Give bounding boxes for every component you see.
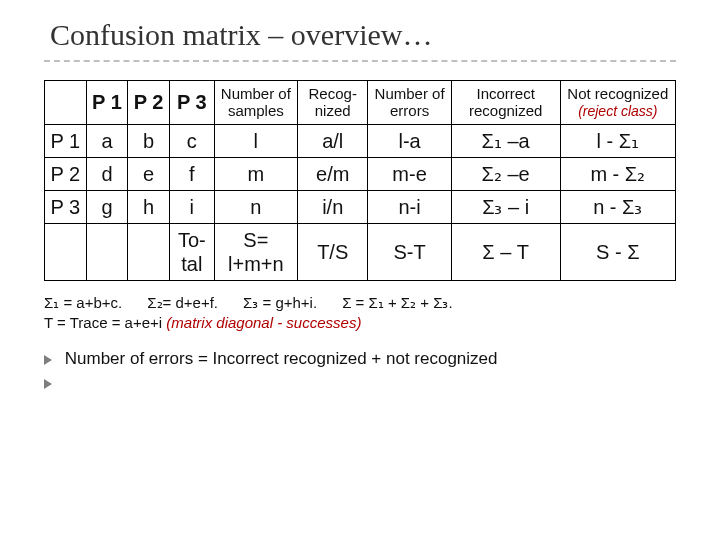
header-incorrect: Incorrect recognized <box>451 81 560 125</box>
bullet-icon <box>44 379 52 389</box>
sigma1-def: Σ₁ = a+b+c. <box>44 294 122 311</box>
cell: e/m <box>297 157 367 190</box>
header-p2: P 2 <box>128 81 170 125</box>
blank <box>128 223 170 280</box>
cell: l <box>214 124 297 157</box>
cell: m - Σ₂ <box>560 157 675 190</box>
cell: f <box>169 157 214 190</box>
cell: i <box>169 190 214 223</box>
blank <box>45 223 87 280</box>
title-divider <box>44 60 676 62</box>
table-row: P 1 a b c l a/l l-a Σ₁ –a l - Σ₁ <box>45 124 676 157</box>
cell: e <box>128 157 170 190</box>
cell: b <box>128 124 170 157</box>
cell: Σ₃ – i <box>451 190 560 223</box>
header-not-recognized-label: Not recognized <box>567 85 668 102</box>
total-label: To-tal <box>169 223 214 280</box>
header-reject-class: (reject class) <box>578 103 657 119</box>
header-num-samples: Number of samples <box>214 81 297 125</box>
total-not-recognized: S - Σ <box>560 223 675 280</box>
cell: m <box>214 157 297 190</box>
total-s-value: l+m+n <box>228 253 284 275</box>
slide-content: Confusion matrix – overview… P 1 P 2 P 3… <box>0 0 720 403</box>
sigma3-def: Σ₃ = g+h+i. <box>243 294 317 311</box>
trace-def: T = Trace = a+e+i <box>44 314 162 331</box>
cell: n-i <box>368 190 451 223</box>
header-num-errors: Number of errors <box>368 81 451 125</box>
sigma-notes: Σ₁ = a+b+c. Σ₂= d+e+f. Σ₃ = g+h+i. Σ = Σ… <box>44 293 676 334</box>
cell: l - Σ₁ <box>560 124 675 157</box>
sigma-sum: Σ = Σ₁ + Σ₂ + Σ₃. <box>342 294 453 311</box>
cell: n <box>214 190 297 223</box>
trace-note: (matrix diagonal - successes) <box>166 314 361 331</box>
blank <box>86 223 128 280</box>
table-total-row: To-tal S= l+m+n T/S S-T Σ – T S - Σ <box>45 223 676 280</box>
cell: a <box>86 124 128 157</box>
cell: m-e <box>368 157 451 190</box>
bullet-text: Number of errors = Incorrect recognized … <box>65 349 498 368</box>
cell: c <box>169 124 214 157</box>
cell: Σ₁ –a <box>451 124 560 157</box>
cell: l-a <box>368 124 451 157</box>
header-p1: P 1 <box>86 81 128 125</box>
header-not-recognized: Not recognized (reject class) <box>560 81 675 125</box>
table-row: P 2 d e f m e/m m-e Σ₂ –e m - Σ₂ <box>45 157 676 190</box>
header-recognized: Recog-nized <box>297 81 367 125</box>
total-s-equals: S= <box>243 229 268 251</box>
header-p3: P 3 <box>169 81 214 125</box>
slide-title: Confusion matrix – overview… <box>50 18 676 52</box>
table-row: P 3 g h i n i/n n-i Σ₃ – i n - Σ₃ <box>45 190 676 223</box>
row-label: P 3 <box>45 190 87 223</box>
cell: h <box>128 190 170 223</box>
cell: d <box>86 157 128 190</box>
total-samples: S= l+m+n <box>214 223 297 280</box>
cell: n - Σ₃ <box>560 190 675 223</box>
bullet-line-empty <box>44 373 676 393</box>
total-errors: S-T <box>368 223 451 280</box>
total-incorrect: Σ – T <box>451 223 560 280</box>
row-label: P 2 <box>45 157 87 190</box>
total-recognized: T/S <box>297 223 367 280</box>
bullet-icon <box>44 355 52 365</box>
cell: Σ₂ –e <box>451 157 560 190</box>
bullet-line: Number of errors = Incorrect recognized … <box>44 349 676 369</box>
cell: a/l <box>297 124 367 157</box>
cell: g <box>86 190 128 223</box>
header-blank <box>45 81 87 125</box>
row-label: P 1 <box>45 124 87 157</box>
confusion-matrix-table: P 1 P 2 P 3 Number of samples Recog-nize… <box>44 80 676 281</box>
sigma2-def: Σ₂= d+e+f. <box>147 294 218 311</box>
cell: i/n <box>297 190 367 223</box>
table-header-row: P 1 P 2 P 3 Number of samples Recog-nize… <box>45 81 676 125</box>
